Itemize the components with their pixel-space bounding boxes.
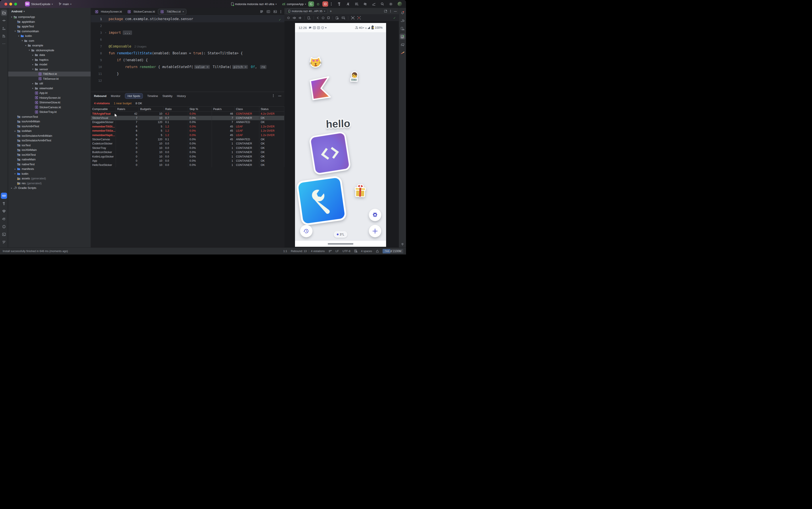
table-cell[interactable]: CONTAINER [235,150,259,155]
rebound-tab-monitor[interactable]: Monitor [111,94,120,98]
build-tools-icon[interactable] [338,2,341,6]
table-cell[interactable]: 0 [116,159,139,163]
table-cell[interactable]: 7 [212,116,235,120]
android-recents-icon[interactable] [327,16,330,19]
table-cell[interactable]: OK [259,142,284,146]
table-cell[interactable]: 10 [139,163,164,167]
tree-item-iossimulatorarm64main[interactable]: iosSimulatorArm64Main [8,133,91,138]
table-cell[interactable]: 6 [116,133,139,137]
history-fab[interactable] [300,225,312,237]
table-cell[interactable]: 0.0% [188,155,212,159]
profiler-cat-tool-button[interactable] [1,216,7,222]
column-header-ratio[interactable]: Ratio [164,106,188,111]
rebound-status[interactable]: Rebound: 13 [291,250,307,253]
settings-fab[interactable] [369,209,381,221]
tree-item-composeapp[interactable]: ▾composeApp [8,14,91,20]
table-cell[interactable]: ANIMATED [235,120,259,124]
tree-item-iosx64main[interactable]: iosX64Main [8,147,91,152]
more-actions-icon[interactable] [331,2,332,6]
technologist-emoji-sticker[interactable] [348,71,361,82]
code-line[interactable]: 8fun rememberTiltState(enabled: Boolean … [91,50,284,57]
column-header-skip-[interactable]: Skip % [188,106,212,111]
rerun-button[interactable] [308,1,314,7]
table-cell[interactable]: 0 [116,150,139,155]
project-widget[interactable]: SE StickerExplode ▾ [25,2,53,6]
code-line[interactable]: 2 [91,22,284,29]
table-cell[interactable]: OK [259,150,284,155]
table-cell[interactable]: CONTAINER [235,146,259,150]
tree-item-haptics[interactable]: ▸haptics [8,58,91,62]
code-line[interactable]: 7@Composable2 Usages [91,43,284,50]
table-cell[interactable]: HelloTextSticker [91,163,116,167]
device-settings-icon[interactable] [336,16,339,20]
notifications-button[interactable] [400,10,406,16]
caret-position[interactable]: 1:1 [283,250,287,253]
table-cell[interactable]: 0 [116,146,139,150]
table-cell[interactable]: 1 [212,146,235,150]
table-cell[interactable]: OK [259,137,284,141]
rebound-more-icon[interactable] [273,94,274,98]
table-cell[interactable]: 7 [212,120,235,124]
rotate-device-icon[interactable] [307,16,311,20]
sparkle-lines-icon[interactable] [329,250,332,253]
editor-tab-tilteffect-kt[interactable]: TiltEffect.kt× [158,9,186,14]
column-header-status[interactable]: Status [259,106,284,111]
tree-item-nativemain[interactable]: nativeMain [8,157,91,162]
tree-item-iosarm64test[interactable]: iosArm64Test [8,124,91,129]
profiler-icon[interactable] [372,2,376,6]
table-cell[interactable]: LEAF [235,129,259,133]
android-home-icon[interactable] [322,16,324,19]
tree-item-historyscreen-kt[interactable]: HistoryScreen.kt [8,96,91,100]
table-cell[interactable]: 0.0% [188,120,212,124]
tree-item-example[interactable]: ▾example [8,43,91,48]
inspections-ok-icon[interactable]: ✓ [279,18,281,22]
tree-item-gradle-scripts[interactable]: ▸Gradle Scripts [8,185,91,191]
kotlin-logo-sticker[interactable] [308,75,333,101]
table-cell[interactable]: 4.2 [164,111,188,116]
tree-item-assets[interactable]: assets(generated) [8,176,91,181]
macos-zoom-button[interactable] [14,3,17,5]
tree-item-iosarm64main[interactable]: iosArm64Main [8,119,91,124]
branch-widget[interactable]: main ▾ [59,2,71,6]
table-cell[interactable]: 1.2 [164,124,188,129]
table-cell[interactable]: 0.0% [188,111,212,116]
screen-record-icon[interactable] [357,16,361,20]
rebound-tab-hot-spots[interactable]: Hot Spots [125,93,143,99]
add-device-tab-icon[interactable]: + [330,9,332,13]
table-cell[interactable]: CONTAINER [235,116,259,120]
code-line[interactable]: 12 [91,77,284,84]
table-cell[interactable]: OK [259,159,284,163]
table-cell[interactable]: 0.0 [164,150,188,155]
ai-assistant-button[interactable] [400,41,406,47]
table-cell[interactable]: StickerCanvas [91,137,116,141]
table-cell[interactable]: 0 [116,163,139,167]
table-cell[interactable]: 5 [139,129,164,133]
table-cell[interactable]: 0.0% [188,142,212,146]
rebound-minimize-icon[interactable]: — [278,94,281,98]
device-manager-button[interactable] [400,26,406,32]
table-cell[interactable]: 1.2x OVER [259,124,284,129]
volume-up-icon[interactable] [293,16,296,19]
table-cell[interactable]: 42 [116,111,139,116]
table-cell[interactable]: 120 [139,137,164,141]
table-cell[interactable]: OK [259,146,284,150]
tree-item-kotlin[interactable]: ▾kotlin [8,34,91,38]
table-cell[interactable]: CONTAINER [235,142,259,146]
tree-item-iossimulatorarm64test[interactable]: iosSimulatorArm64Test [8,138,91,143]
table-cell[interactable]: 1.2x OVER [259,129,284,133]
table-cell[interactable]: 1.2 [164,129,188,133]
tree-item-tilteffect-kt[interactable]: TiltEffect.kt [8,72,91,76]
search-icon[interactable] [381,2,384,6]
table-cell[interactable]: 0.0% [188,116,212,120]
pull-requests-tool-button[interactable] [1,33,7,39]
device-power-icon[interactable] [287,16,290,19]
table-cell[interactable]: 10 [139,116,164,120]
rebound-tab-timeline[interactable]: Timeline [147,94,158,98]
table-cell[interactable]: OK [259,163,284,167]
table-cell[interactable]: OK [259,120,284,124]
tree-item-data[interactable]: ▸data [8,53,91,58]
table-cell[interactable]: 0.0% [188,133,212,137]
gem-tool-button[interactable] [1,208,7,214]
commit-tool-button[interactable] [1,18,7,24]
tree-item-com[interactable]: ▾com [8,38,91,43]
